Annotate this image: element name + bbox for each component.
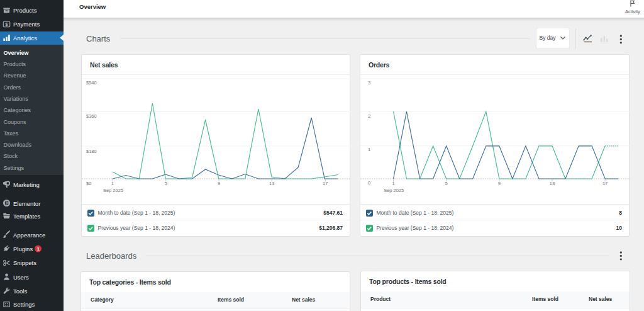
svg-text:5: 5 <box>445 181 448 186</box>
svg-text:9: 9 <box>218 181 220 186</box>
svg-text:13: 13 <box>269 181 274 186</box>
svg-text:17: 17 <box>602 181 608 186</box>
svg-text:3: 3 <box>368 80 370 86</box>
svg-text:1: 1 <box>368 147 370 152</box>
svg-text:5: 5 <box>165 181 167 186</box>
svg-text:0: 0 <box>368 180 370 186</box>
svg-text:13: 13 <box>550 181 555 186</box>
svg-text:$: $ <box>6 22 8 27</box>
svg-text:$360: $360 <box>86 113 97 119</box>
svg-text:$180: $180 <box>86 149 97 154</box>
svg-text:$0: $0 <box>86 181 91 186</box>
svg-text:Sep 2025: Sep 2025 <box>103 188 123 193</box>
svg-text:17: 17 <box>323 181 328 186</box>
svg-text:1: 1 <box>111 181 114 186</box>
svg-text:1: 1 <box>392 181 394 186</box>
svg-text:2: 2 <box>368 113 370 119</box>
svg-text:9: 9 <box>498 181 501 186</box>
svg-text:$540: $540 <box>86 80 97 86</box>
svg-text:Sep 2025: Sep 2025 <box>384 188 404 193</box>
